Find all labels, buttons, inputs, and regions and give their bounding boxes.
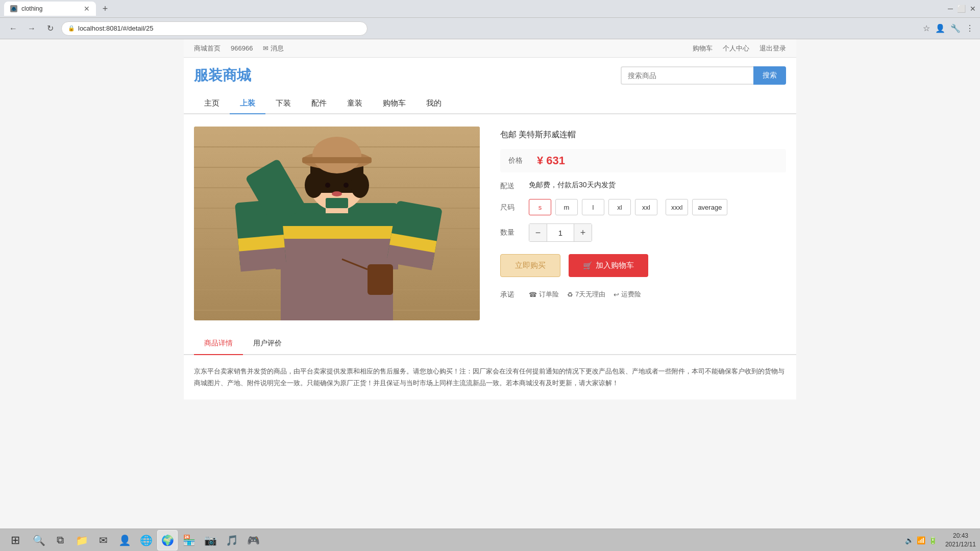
taskbar-app2-btn[interactable]: 🎵 — [222, 530, 242, 550]
nav-item-bottoms[interactable]: 下装 — [265, 93, 301, 114]
promise-return-label: 7天无理由 — [575, 290, 605, 299]
size-btn-m[interactable]: m — [555, 199, 578, 215]
taskbar-app1-btn[interactable]: 📷 — [200, 530, 220, 550]
size-btn-xl[interactable]: xl — [608, 199, 631, 215]
price-value: ¥ 631 — [537, 154, 565, 167]
taskbar-browser-btn[interactable]: 🌍 — [157, 530, 178, 550]
tab-product-detail[interactable]: 商品详情 — [194, 333, 243, 355]
add-to-cart-button[interactable]: 🛒 加入购物车 — [569, 254, 648, 277]
nav-item-accessories[interactable]: 配件 — [301, 93, 337, 114]
restore-btn[interactable]: ⬜ — [957, 5, 966, 13]
cart-link[interactable]: 购物车 — [693, 44, 713, 53]
taskbar-search-btn[interactable]: 🔍 — [29, 530, 49, 550]
system-tray: 🔊 📶 🔋 — [901, 536, 941, 544]
logout-link[interactable]: 退出登录 — [760, 44, 786, 53]
svg-point-32 — [344, 183, 349, 188]
nav-item-cart[interactable]: 购物车 — [373, 93, 416, 114]
taskbar: ⊞ 🔍 ⧉ 📁 ✉ 👤 🌐 🌍 🏪 📷 🎵 🎮 🔊 📶 🔋 20:43 2021… — [0, 529, 980, 551]
taskbar-app3-btn[interactable]: 🎮 — [243, 530, 263, 550]
nav-item-tops[interactable]: 上装 — [230, 93, 265, 114]
minimize-btn[interactable]: ─ — [948, 5, 953, 13]
tab-user-reviews[interactable]: 用户评价 — [243, 333, 292, 355]
tray-icon-3: 🔋 — [928, 536, 937, 544]
price-label: 价格 — [508, 156, 529, 165]
quantity-increase-btn[interactable]: + — [574, 224, 592, 241]
menu-icon[interactable]: ⋮ — [966, 23, 974, 33]
size-btn-l[interactable]: l — [582, 199, 604, 215]
nav-item-kids[interactable]: 童装 — [337, 93, 373, 114]
promise-row: 承诺 ☎ 订单险 ♻ 7天无理由 ↩ 运费险 — [500, 289, 786, 299]
svg-rect-35 — [368, 264, 393, 295]
close-btn[interactable]: ✕ — [970, 5, 976, 13]
product-title: 包邮 美特斯邦威连帽 — [500, 129, 786, 141]
browser-window-controls: ─ ⬜ ✕ — [948, 5, 976, 13]
user-center-link[interactable]: 个人中心 — [723, 44, 749, 53]
size-label: 尺码 — [500, 199, 521, 212]
quantity-input[interactable] — [547, 224, 574, 241]
size-options: s m l xl xxl xxxl average — [529, 199, 727, 215]
svg-point-26 — [305, 172, 323, 198]
delivery-row: 配送 免邮费，付款后30天内发货 — [500, 181, 786, 191]
promise-order-label: 订单险 — [539, 290, 559, 299]
nav-item-home[interactable]: 主页 — [194, 93, 230, 114]
tab-favicon-icon: 🧥 — [10, 5, 17, 12]
url-bar[interactable]: 🔒 localhost:8081/#/detail/25 — [61, 21, 368, 36]
tab-bar: 🧥 clothing ✕ + — [4, 2, 112, 16]
store-home-link[interactable]: 商城首页 — [194, 44, 220, 53]
clock-time: 20:43 — [945, 532, 976, 540]
return-icon: ♻ — [567, 291, 573, 298]
top-bar-left: 商城首页 966966 ✉ 消息 — [194, 44, 284, 53]
tab-close-btn[interactable]: ✕ — [84, 5, 90, 13]
product-section: 包邮 美特斯邦威连帽 价格 ¥ 631 配送 免邮费，付款后30天内发货 尺码 … — [184, 114, 796, 333]
nav-item-mine[interactable]: 我的 — [416, 93, 452, 114]
detail-content: 京东平台卖家销售并发货的商品，由平台卖家提供发票和相应的售后服务。请您放心购买！… — [184, 355, 796, 399]
svg-point-33 — [332, 191, 342, 196]
size-btn-xxxl[interactable]: xxxl — [666, 199, 688, 215]
size-btn-s[interactable]: s — [529, 199, 551, 215]
extensions-icon[interactable]: 🔧 — [950, 23, 961, 33]
new-tab-btn[interactable]: + — [98, 2, 112, 16]
promise-shipping: ↩ 运费险 — [614, 290, 641, 299]
page-container: 商城首页 966966 ✉ 消息 购物车 个人中心 退出登录 服装商城 搜索 主… — [184, 39, 796, 399]
taskbar-task-view-btn[interactable]: ⧉ — [50, 530, 70, 550]
browser-tab-active[interactable]: 🧥 clothing ✕ — [4, 2, 96, 16]
size-row: 尺码 s m l xl xxl xxxl average — [500, 199, 786, 215]
taskbar-edge-btn[interactable]: 🌐 — [136, 530, 156, 550]
detail-tabs: 商品详情 用户评价 — [184, 333, 796, 355]
size-btn-average[interactable]: average — [692, 199, 727, 215]
promise-items: ☎ 订单险 ♻ 7天无理由 ↩ 运费险 — [529, 290, 641, 299]
svg-rect-37 — [326, 198, 348, 208]
product-info: 包邮 美特斯邦威连帽 价格 ¥ 631 配送 免邮费，付款后30天内发货 尺码 … — [500, 127, 786, 320]
main-nav: 主页 上装 下装 配件 童装 购物车 我的 — [184, 93, 796, 114]
search-input[interactable] — [621, 66, 753, 85]
size-btn-xxl[interactable]: xxl — [635, 199, 657, 215]
svg-rect-30 — [302, 157, 372, 163]
promise-shipping-label: 运费险 — [621, 290, 641, 299]
buy-now-button[interactable]: 立即购买 — [500, 254, 560, 277]
price-row: 价格 ¥ 631 — [500, 149, 786, 172]
lock-icon: 🔒 — [68, 25, 75, 32]
action-row: 立即购买 🛒 加入购物车 — [500, 254, 786, 277]
bookmark-icon[interactable]: ☆ — [923, 23, 930, 33]
clock-date: 2021/12/11 — [945, 540, 976, 549]
address-bar: ← → ↻ 🔒 localhost:8081/#/detail/25 ☆ 👤 🔧… — [0, 18, 980, 39]
add-to-cart-label: 加入购物车 — [596, 261, 634, 270]
taskbar-store-btn[interactable]: 🏪 — [179, 530, 199, 550]
message-link[interactable]: ✉ 消息 — [263, 44, 284, 53]
start-button[interactable]: ⊞ — [4, 531, 27, 549]
profile-icon[interactable]: 👤 — [935, 23, 945, 33]
taskbar-people-btn[interactable]: 👤 — [114, 530, 135, 550]
back-btn[interactable]: ← — [6, 21, 20, 36]
quantity-decrease-btn[interactable]: − — [529, 224, 547, 241]
delivery-label: 配送 — [500, 181, 521, 191]
message-label: 消息 — [271, 44, 284, 52]
top-bar-right: 购物车 个人中心 退出登录 — [693, 44, 786, 53]
search-button[interactable]: 搜索 — [753, 66, 786, 85]
taskbar-explorer-btn[interactable]: 📁 — [71, 530, 92, 550]
taskbar-right: 🔊 📶 🔋 20:43 2021/12/11 — [901, 532, 976, 549]
product-image — [194, 127, 480, 320]
quantity-label: 数量 — [500, 228, 521, 237]
refresh-btn[interactable]: ↻ — [43, 21, 57, 36]
forward-btn[interactable]: → — [24, 21, 39, 36]
taskbar-mail-btn[interactable]: ✉ — [93, 530, 113, 550]
